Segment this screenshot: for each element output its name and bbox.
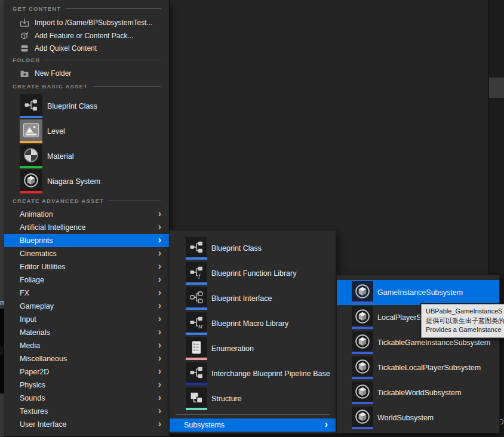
submenu-item-blueprint-class[interactable]: Blueprint Class [170,236,336,261]
submenu-item-gameinstancesubsystem[interactable]: GameInstanceSubsystem [337,280,499,305]
menu-item-blueprints[interactable]: Blueprints› [4,234,169,247]
feature-pack-icon [20,31,29,41]
submenu-item-tickablelocalplayersubsystem[interactable]: TickableLocalPlayerSubsystem [337,355,499,380]
unreal-editor-context-menus: m D GET CONTENT Import to /Game/BPSubsys… [0,0,504,437]
menu-item-editor-utilities[interactable]: Editor Utilities› [4,260,169,273]
submenu-item-label: Structure [211,395,242,403]
submenu-item-label: Blueprint Interface [211,294,272,303]
chevron-right-icon: › [158,288,161,297]
submenu-item-enumeration[interactable]: Enumeration [170,336,336,361]
section-divider [93,86,161,87]
submenu-item-interchange-blueprint-pipeline-base[interactable]: Interchange Blueprint Pipeline Base [170,361,336,386]
section-header-get-content: GET CONTENT [13,3,161,14]
menu-item-materials[interactable]: Materials› [4,326,169,339]
menu-item-miscellaneous[interactable]: Miscellaneous› [4,352,169,365]
import-icon [20,18,29,27]
submenu-item-label: TickableGameInstanceSubsystem [377,338,490,347]
chevron-right-icon: › [158,419,161,429]
submenu-item-label: Enumeration [211,344,254,353]
menu-item-artificial-intelligence[interactable]: Artificial Intelligence› [4,221,169,234]
svg-text:M: M [198,324,203,329]
menu-item-paper2d[interactable]: Paper2D› [4,365,169,378]
tooltip: UBPable_GameInstanceS 提供可以派生出子蓝图类的 Provi… [421,304,504,338]
chevron-right-icon: › [158,406,161,416]
menu-item-level[interactable]: Level [4,119,169,144]
material-icon [20,144,42,168]
menu-item-user-interface[interactable]: User Interface› [4,418,169,431]
menu-separator [176,414,330,415]
submenu-item-label: Interchange Blueprint Pipeline Base [211,370,330,378]
menu-item-label: Blueprint Class [47,102,97,110]
submenu-item-tickableworldsubsystem[interactable]: TickableWorldSubsystem [337,380,499,405]
niagara-system-icon [20,170,42,193]
section-header-create-advanced-asset: CREATE ADVANCED ASSET [13,195,161,206]
chevron-right-icon: › [158,275,161,284]
submenu-item-label: Blueprint Function Library [211,269,296,278]
submenu-item-worldsubsystem[interactable]: WorldSubsystem [337,405,499,430]
submenu-item-label: WorldSubsystem [377,414,434,422]
submenu-item-label: TickableWorldSubsystem [377,389,461,397]
subsystem-cube-icon [352,407,373,429]
chevron-right-icon: › [158,380,161,389]
section-header-create-basic-asset: CREATE BASIC ASSET [13,81,161,91]
tooltip-class-name: UBPable_GameInstanceS [426,307,504,316]
chevron-right-icon: › [158,393,161,402]
menu-item-niagara-system[interactable]: Niagara System [4,169,169,194]
menu-item-textures[interactable]: Textures› [4,405,169,418]
blueprint-interface-icon [186,287,207,310]
menu-item-label: Add Feature or Content Pack... [35,32,133,40]
chevron-right-icon: › [158,301,161,310]
tooltip-description-cn: 提供可以派生出子蓝图类的 [426,316,504,326]
menu-item-cinematics[interactable]: Cinematics› [4,247,169,260]
menu-item-gameplay[interactable]: Gameplay› [4,300,169,313]
menu-item-add-feature[interactable]: Add Feature or Content Pack... [4,29,169,42]
tooltip-description-en: Provides a GameInstance [426,325,504,335]
menu-item-foliage[interactable]: Foliage› [4,273,169,287]
background-left-strip: m [0,0,4,437]
chevron-right-icon: › [158,248,161,258]
chevron-right-icon: › [158,222,161,232]
enumeration-icon [186,337,207,360]
blueprint-function-library-icon: f [186,262,207,285]
menu-item-blueprint-class[interactable]: Blueprint Class [4,94,169,119]
subsystem-cube-icon [352,331,373,354]
menu-item-animation[interactable]: Animation› [4,208,169,221]
chevron-right-icon: › [158,209,161,219]
submenu-item-structure[interactable]: Structure [170,386,336,411]
menu-item-label: New Folder [35,69,71,78]
menu-item-label: Niagara System [47,177,100,186]
menu-item-media[interactable]: Media› [4,339,169,352]
blueprints-submenu: Blueprint Class f Blueprint Function Lib… [169,230,336,434]
menu-item-add-quixel[interactable]: Add Quixel Content [4,42,169,54]
subsystem-cube-icon [352,306,373,329]
menu-item-physics[interactable]: Physics› [4,378,169,392]
menu-item-sounds[interactable]: Sounds› [4,392,169,405]
chevron-right-icon: › [158,261,161,271]
level-icon [20,119,42,143]
menu-item-fx[interactable]: FX› [4,287,169,300]
chevron-right-icon: › [158,327,161,337]
submenu-item-blueprint-interface[interactable]: Blueprint Interface [170,286,336,311]
subsystem-cube-icon [352,281,373,304]
blueprint-class-icon [186,362,207,385]
subsystem-cube-icon [352,356,373,379]
chevron-right-icon: › [325,420,328,429]
submenu-item-blueprint-function-library[interactable]: f Blueprint Function Library [170,261,336,286]
submenu-item-blueprint-macro-library[interactable]: M Blueprint Macro Library [170,311,336,336]
menu-item-import[interactable]: Import to /Game/BPSubsystemTest... [4,16,169,29]
menu-item-label: Level [47,127,65,136]
section-divider [109,201,161,201]
background-right-block [489,78,504,98]
chevron-right-icon: › [158,340,161,350]
viewport-sliver [0,309,4,393]
blueprint-class-icon [186,237,207,260]
menu-item-label: Material [47,152,73,161]
background-right-strip [488,0,504,275]
submenu-item-subsystems[interactable]: Subsystems › [170,418,336,432]
chevron-right-icon: › [158,314,161,324]
menu-item-material[interactable]: Material [4,144,169,169]
menu-item-input[interactable]: Input› [4,313,169,326]
svg-text:f: f [198,273,201,279]
menu-item-new-folder[interactable]: New Folder [4,67,169,79]
section-divider [66,8,161,9]
